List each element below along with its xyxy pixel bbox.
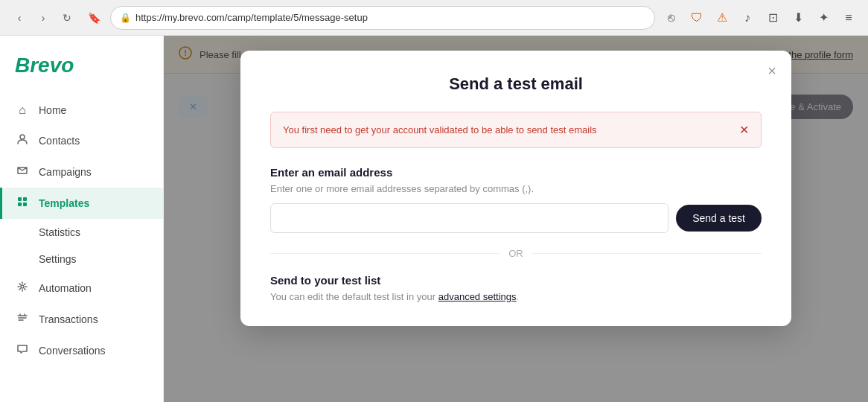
browser-actions: ⎋ 🛡 ⚠ ♪ ⊡ ⬇ ✦ ≡ (661, 7, 859, 28)
contacts-icon (15, 133, 30, 148)
templates-icon (15, 196, 30, 211)
svg-rect-4 (23, 202, 27, 206)
star-button[interactable]: ✦ (813, 7, 834, 28)
content-area: ! Please fill out your profile form to c… (164, 36, 868, 402)
refresh-button[interactable]: ↻ (57, 7, 77, 28)
or-divider: OR (270, 248, 762, 259)
email-section-hint: Enter one or more email addresses separa… (270, 183, 762, 194)
forward-button[interactable]: › (33, 7, 54, 28)
downloads-button[interactable]: ⬇ (788, 7, 808, 28)
sidebar-item-campaigns[interactable]: Campaigns (0, 156, 163, 188)
sidebar-item-transactions-label: Transactions (39, 313, 98, 325)
test-list-hint-end: . (517, 291, 520, 302)
advanced-settings-link[interactable]: advanced settings (438, 291, 517, 302)
test-list-label: Send to your test list (270, 274, 762, 287)
test-list-hint-text: You can edit the default test list in yo… (270, 291, 438, 302)
svg-rect-3 (18, 202, 22, 206)
sidebar-item-statistics[interactable]: Statistics (0, 219, 163, 246)
home-icon: ⌂ (15, 103, 30, 117)
alert-close-button[interactable]: ✕ (739, 123, 749, 137)
sidebar-item-automation-label: Automation (39, 282, 92, 294)
sidebar-item-templates-label: Templates (39, 197, 89, 209)
sidebar-item-contacts-label: Contacts (39, 135, 80, 147)
sidebar-item-home-label: Home (39, 104, 66, 116)
nav-buttons: ‹ › ↻ (9, 7, 77, 28)
transactions-icon (15, 312, 30, 327)
music-button[interactable]: ♪ (737, 7, 758, 28)
bookmark-button[interactable]: 🔖 (83, 7, 104, 28)
sidebar-item-conversations[interactable]: Conversations (0, 335, 163, 366)
campaigns-icon (15, 165, 30, 179)
security-icon: 🔒 (120, 13, 131, 23)
alert-box: You first need to get your account valid… (270, 112, 762, 148)
menu-button[interactable]: ≡ (838, 7, 859, 28)
email-input[interactable] (270, 203, 668, 233)
alert-message: You first need to get your account valid… (283, 124, 597, 135)
sidebar-item-home[interactable]: ⌂ Home (0, 95, 163, 125)
sidebar-item-automation[interactable]: Automation (0, 272, 163, 304)
logo: Brevo (0, 48, 163, 95)
svg-point-5 (21, 285, 24, 288)
sidebar: Brevo ⌂ Home Contacts Campaigns Template… (0, 36, 164, 402)
sidebar-item-templates[interactable]: Templates (0, 188, 163, 219)
url-text: https://my.brevo.com/camp/template/5/mes… (135, 12, 368, 23)
modal-overlay: × Send a test email You first need to ge… (164, 36, 868, 402)
sidebar-item-statistics-label: Statistics (39, 226, 80, 238)
main-layout: Brevo ⌂ Home Contacts Campaigns Template… (0, 36, 868, 402)
back-button[interactable]: ‹ (9, 7, 30, 28)
share-button[interactable]: ⎋ (661, 7, 682, 28)
sidebar-item-settings[interactable]: Settings (0, 246, 163, 272)
or-label: OR (508, 248, 523, 259)
sidebar-item-transactions[interactable]: Transactions (0, 304, 163, 335)
send-test-button[interactable]: Send a test (676, 205, 762, 232)
conversations-icon (15, 343, 30, 358)
address-bar[interactable]: 🔒 https://my.brevo.com/camp/template/5/m… (110, 6, 655, 30)
modal-title: Send a test email (270, 74, 762, 94)
email-input-row: Send a test (270, 203, 762, 233)
browser-chrome: ‹ › ↻ 🔖 🔒 https://my.brevo.com/camp/temp… (0, 0, 868, 36)
modal-dialog: × Send a test email You first need to ge… (240, 51, 791, 326)
test-list-hint: You can edit the default test list in yo… (270, 291, 762, 302)
svg-rect-2 (23, 197, 27, 201)
extensions-button[interactable]: 🛡 (686, 7, 707, 28)
sidebar-item-campaigns-label: Campaigns (39, 166, 92, 178)
warning-button[interactable]: ⚠ (712, 7, 733, 28)
automation-icon (15, 281, 30, 296)
sidebar-item-settings-label: Settings (39, 253, 77, 265)
svg-rect-1 (18, 197, 22, 201)
modal-close-button[interactable]: × (768, 63, 776, 80)
sidebar-item-conversations-label: Conversations (39, 345, 106, 357)
svg-point-0 (20, 135, 25, 139)
sidebar-item-contacts[interactable]: Contacts (0, 125, 163, 156)
split-view-button[interactable]: ⊡ (762, 7, 783, 28)
email-section-label: Enter an email address (270, 166, 762, 179)
